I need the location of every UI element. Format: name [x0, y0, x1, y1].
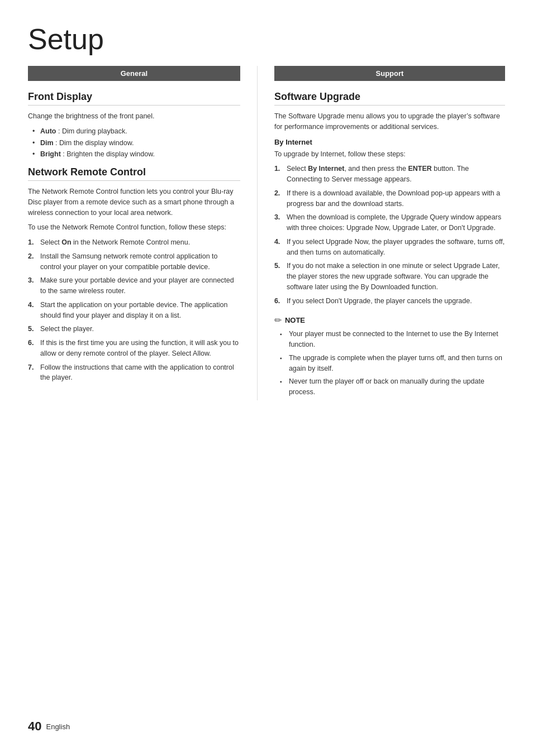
bullet-auto-bold: Auto — [40, 127, 56, 135]
main-content: General Front Display Change the brightn… — [28, 66, 505, 400]
bi-step-6: If you select Don't Upgrade, the player … — [274, 296, 505, 307]
network-remote-intro2: To use the Network Remote Control functi… — [28, 222, 240, 233]
bi-step-3: When the download is complete, the Upgra… — [274, 212, 505, 233]
bullet-dim: Dim : Dim the display window. — [32, 138, 240, 149]
page-footer: 40 English — [28, 719, 70, 734]
front-display-intro: Change the brightness of the front panel… — [28, 111, 240, 122]
left-column: General Front Display Change the brightn… — [28, 66, 257, 400]
front-display-section: Front Display Change the brightness of t… — [28, 91, 240, 160]
note-item-1: Your player must be connected to the Int… — [280, 329, 505, 350]
right-column: Support Software Upgrade The Software Up… — [257, 66, 505, 400]
bi-step-5: If you do not make a selection in one mi… — [274, 261, 505, 292]
support-header: Support — [274, 66, 505, 81]
nrc-step-4: Start the application on your portable d… — [28, 300, 240, 321]
by-internet-intro: To upgrade by Internet, follow these ste… — [274, 149, 505, 160]
note-icon: ✏ — [274, 315, 282, 326]
nrc-step-6: If this is the first time you are using … — [28, 338, 240, 359]
page-number: 40 — [28, 719, 41, 734]
nrc-step-7: Follow the instructions that came with t… — [28, 362, 240, 384]
by-internet-title: By Internet — [274, 138, 505, 146]
network-remote-intro: The Network Remote Control function lets… — [28, 186, 240, 218]
front-display-bullets: Auto : Dim during playback. Dim : Dim th… — [32, 126, 240, 160]
page-title: Setup — [28, 22, 505, 56]
general-header: General — [28, 66, 240, 81]
front-display-title: Front Display — [28, 91, 240, 106]
page-language: English — [46, 722, 70, 731]
network-remote-title: Network Remote Control — [28, 166, 240, 181]
software-upgrade-title: Software Upgrade — [274, 91, 505, 106]
note-header: ✏ NOTE — [274, 315, 505, 326]
by-internet-steps: Select By Internet, and then press the E… — [274, 164, 505, 306]
note-label: NOTE — [285, 316, 305, 324]
note-item-3: Never turn the player off or back on man… — [280, 376, 505, 398]
bi-step-1: Select By Internet, and then press the E… — [274, 164, 505, 185]
bullet-dim-bold: Dim — [40, 139, 54, 147]
nrc-step-1: Select On in the Network Remote Control … — [28, 237, 240, 248]
nrc-step-5: Select the player. — [28, 324, 240, 334]
note-section: ✏ NOTE Your player must be connected to … — [274, 315, 505, 398]
network-remote-section: Network Remote Control The Network Remot… — [28, 166, 240, 383]
note-list: Your player must be connected to the Int… — [280, 329, 505, 398]
bullet-auto: Auto : Dim during playback. — [32, 126, 240, 137]
software-upgrade-intro: The Software Upgrade menu allows you to … — [274, 111, 505, 132]
network-remote-steps: Select On in the Network Remote Control … — [28, 237, 240, 383]
note-item-2: The upgrade is complete when the player … — [280, 353, 505, 374]
bullet-bright-bold: Bright — [40, 150, 61, 158]
software-upgrade-section: Software Upgrade The Software Upgrade me… — [274, 91, 505, 398]
bullet-bright: Bright : Brighten the display window. — [32, 149, 240, 160]
nrc-step-2: Install the Samsung network remote contr… — [28, 251, 240, 272]
nrc-step-3: Make sure your portable device and your … — [28, 275, 240, 296]
bi-step-4: If you select Upgrade Now, the player up… — [274, 237, 505, 258]
bi-step-2: If there is a download available, the Do… — [274, 188, 505, 209]
